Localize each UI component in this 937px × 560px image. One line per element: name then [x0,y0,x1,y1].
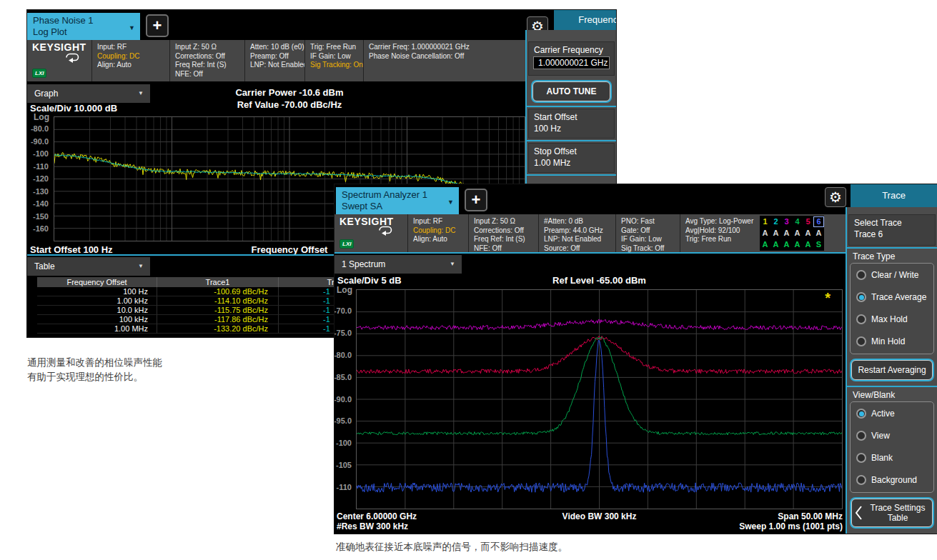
radio-view[interactable]: View [856,426,932,445]
settings-col-avg: Avg Type: Log-PowerAvg|Hold: 92/100Trig:… [680,214,756,252]
col-header-frequency-offset: Frequency Offset [37,277,157,287]
trace-status-legend: 123456 AAAAAA AAAAAS [760,216,824,251]
keysight-logo: KEYSIGHT [339,217,407,226]
add-measurement-button[interactable]: + [465,189,487,211]
tab-subtitle: Log Plot [33,26,134,38]
radio-icon [856,431,866,441]
restart-averaging-button[interactable]: Restart Averaging [851,360,933,380]
chevron-down-icon: ▼ [138,257,144,276]
chevron-down-icon: ▼ [447,196,454,208]
settings-bar: KEYSIGHT LXI Input: RFCoupling: DCAlign:… [27,40,525,81]
carrier-frequency-value[interactable]: 1.000000021 GHz [533,56,610,69]
spectrum-y-ticks: -70.0-75.0-80.0 -85.0-90.0-95.0 -100-105… [334,306,355,491]
lxi-badge: LXI [32,69,46,78]
settings-bar: KEYSIGHT LXI Input: RFCoupling: DCAlign:… [334,214,846,252]
view-blank-group: Active View Blank Background [850,401,934,493]
radio-clear-write[interactable]: Clear / Write [856,266,932,284]
carrier-frequency-key[interactable]: Carrier Frequency 1.000000021 GHz [528,41,615,76]
brand-block: KEYSIGHT LXI [334,214,407,252]
continuous-sweep-icon [376,225,395,236]
page: Phase Noise 1 Log Plot ▼ + ⚙ Frequency K… [0,0,937,560]
settings-col-atten: #Atten: 0 dBPreamp: 44.0 GHzLNP: Not Ena… [538,214,615,252]
menu-separator [847,247,937,249]
menu-tab-trace[interactable]: Trace [851,184,937,207]
radio-icon [856,336,866,346]
log-axis-label: Log [34,112,49,122]
selected-trace-indicator: 6 [813,216,824,227]
menu-separator [527,140,616,141]
spectrum-traces [357,290,842,509]
trace-settings-table-button[interactable]: Trace Settings Table [851,499,933,527]
brand-block: KEYSIGHT LXI [27,40,91,81]
settings-col-atten: Atten: 10 dB (e0)Preamp: OffLNP: Not Ena… [244,40,304,81]
select-trace-key[interactable]: Select Trace Trace 6 [848,214,936,246]
tab-subtitle: Swept SA [342,201,453,212]
measurement-tab-swept-sa[interactable]: Spectrum Analyzer 1 Swept SA ▼ [336,187,459,214]
tab-title: Spectrum Analyzer 1 [342,189,453,201]
spectrum-plot: * [356,289,843,509]
chevron-down-icon: ▼ [450,255,455,274]
log-axis-label: Log [337,285,352,295]
add-measurement-button[interactable]: + [146,14,169,37]
settings-col-impedance: Input Z: 50 ΩCorrections: OffFreq Ref: I… [169,40,244,81]
radio-min-hold[interactable]: Min Hold [856,332,932,351]
view-dropdown-table[interactable]: Table▼ [27,257,150,276]
tab-title: Phase Noise 1 [33,15,134,26]
chevron-down-icon: ▼ [129,22,135,34]
span-annotation: Span 50.00 MHz [620,511,843,521]
gear-icon[interactable]: ⚙ [825,187,846,207]
phase-noise-y-ticks: -80.0-90.0-100 -110-120-130 -140-150-160 [27,124,51,233]
radio-active[interactable]: Active [856,404,932,423]
settings-col-trigger: Trig: Free RunIF Gain: LowSig Tracking: … [304,40,363,81]
stop-offset-key[interactable]: Stop Offset 1.00 MHz [528,143,615,173]
trace-type-header: Trace Type [853,251,895,261]
settings-col-pno: PNO: FastGate: OffIF Gain: LowSig Track:… [615,214,680,252]
trace-menu-panel: Select Trace Trace 6 Trace Type Clear / … [846,207,937,534]
settings-separator [334,252,846,254]
spectrum-analyzer-window: Spectrum Analyzer 1 Swept SA ▼ + ⚙ Trace… [334,184,937,534]
radio-background[interactable]: Background [856,471,932,489]
radio-icon [856,453,866,463]
radio-max-hold[interactable]: Max Hold [856,310,932,329]
radio-trace-average[interactable]: Trace Average [856,288,932,306]
menu-separator [527,106,616,107]
trace-type-group: Clear / Write Trace Average Max Hold Min… [850,263,934,354]
menu-tab-frequency[interactable]: Frequency [554,10,616,30]
settings-col-carrier: Carrier Freq: 1.000000021 GHzPhase Noise… [363,40,525,81]
menu-separator [527,174,616,176]
menu-separator [847,386,937,387]
radio-icon [856,475,866,485]
view-dropdown-spectrum[interactable]: 1 Spectrum▼ [334,255,462,274]
radio-selected-icon [856,409,866,419]
uncal-asterisk: * [825,290,831,306]
chevron-left-icon [853,504,863,521]
settings-col-input: Input: RFCoupling: DCAlign: Auto [91,40,169,81]
continuous-sweep-icon [63,52,81,63]
keysight-logo: KEYSIGHT [32,43,91,52]
caption-spectrum: 准确地表征接近本底噪声的信号，而不影响扫描速度。 [336,540,567,554]
radio-blank[interactable]: Blank [856,449,932,467]
carrier-power-readout: Carrier Power -10.6 dBm [54,87,525,98]
radio-icon [856,314,866,324]
auto-tune-button[interactable]: AUTO TUNE [532,81,610,101]
col-header-trace1: Trace1 [157,277,279,287]
start-offset-key[interactable]: Start Offset 100 Hz [528,109,615,139]
radio-icon [856,270,866,280]
settings-col-impedance: Input Z: 50 ΩCorrections: OffFreq Ref: I… [468,214,538,252]
radio-selected-icon [856,292,866,302]
measurement-tab-phase-noise[interactable]: Phase Noise 1 Log Plot ▼ [27,13,140,40]
caption-phase-noise: 通用测量和改善的相位噪声性能 有助于实现理想的性价比。 [27,356,162,384]
sweep-annotation: Sweep 1.00 ms (1001 pts) [620,521,843,531]
res-bw-annotation: #Res BW 300 kHz [337,521,408,531]
lxi-badge: LXI [339,239,354,249]
ref-level-readout: Ref Level -65.00 dBm [356,275,843,286]
settings-col-input: Input: RFCoupling: DCAlign: Auto [407,214,468,252]
view-blank-header: View/Blank [853,390,895,400]
ref-value-readout: Ref Value -70.00 dBc/Hz [54,99,525,110]
